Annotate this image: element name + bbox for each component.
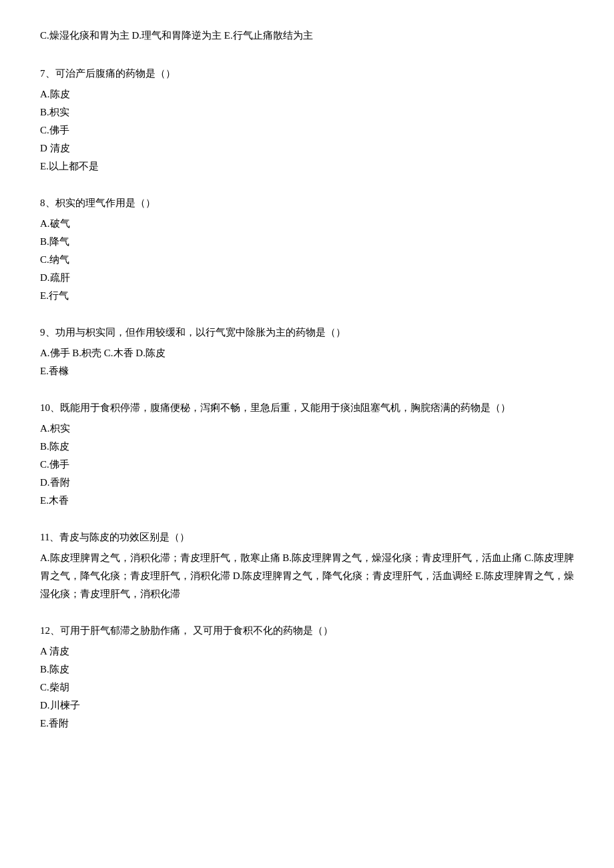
question-block-q12: 12、可用于肝气郁滞之胁肋作痛， 又可用于食积不化的药物是（）A 清皮B.陈皮C…: [40, 622, 574, 733]
option-q10-0: A.枳实: [40, 420, 574, 438]
continuation-text: C.燥湿化痰和胃为主 D.理气和胃降逆为主 E.行气止痛散结为主: [40, 27, 574, 45]
question-title-q9: 9、功用与枳实同，但作用较缓和，以行气宽中除胀为主的药物是（）: [40, 324, 574, 342]
option-q8-4: E.行气: [40, 287, 574, 305]
option-q10-3: D.香附: [40, 474, 574, 492]
option-q12-3: D.川楝子: [40, 697, 574, 715]
continuation-content: C.燥湿化痰和胃为主 D.理气和胃降逆为主 E.行气止痛散结为主: [40, 30, 313, 41]
option-q12-1: B.陈皮: [40, 661, 574, 679]
option-q7-1: B.枳实: [40, 103, 574, 121]
option-q12-2: C.柴胡: [40, 679, 574, 697]
question-body-q11: A.陈皮理脾胃之气，消积化滞；青皮理肝气，散寒止痛 B.陈皮理脾胃之气，燥湿化痰…: [40, 549, 574, 603]
option-q7-0: A.陈皮: [40, 85, 574, 103]
option-q12-0: A 清皮: [40, 642, 574, 661]
question-block-q11: 11、青皮与陈皮的功效区别是（）A.陈皮理脾胃之气，消积化滞；青皮理肝气，散寒止…: [40, 528, 574, 603]
option-q7-2: C.佛手: [40, 121, 574, 139]
question-block-q8: 8、枳实的理气作用是（）A.破气B.降气C.纳气D.疏肝E.行气: [40, 194, 574, 305]
question-title-q7: 7、可治产后腹痛的药物是（）: [40, 65, 574, 83]
option-q12-4: E.香附: [40, 715, 574, 733]
option-q8-2: C.纳气: [40, 251, 574, 269]
question-title-q11: 11、青皮与陈皮的功效区别是（）: [40, 528, 574, 546]
option-q10-2: C.佛手: [40, 456, 574, 474]
option-q8-3: D.疏肝: [40, 269, 574, 287]
option-q10-4: E.木香: [40, 492, 574, 510]
question-title-q10: 10、既能用于食积停滞，腹痛便秘，泻痢不畅，里急后重，又能用于痰浊阻塞气机，胸脘…: [40, 399, 574, 417]
option-q7-3: D 清皮: [40, 139, 574, 157]
option-q10-1: B.陈皮: [40, 438, 574, 456]
question-block-q9: 9、功用与枳实同，但作用较缓和，以行气宽中除胀为主的药物是（）A.佛手 B.枳壳…: [40, 324, 574, 380]
question-block-q7: 7、可治产后腹痛的药物是（）A.陈皮B.枳实C.佛手D 清皮E.以上都不是: [40, 65, 574, 175]
option-q7-4: E.以上都不是: [40, 157, 574, 175]
question-block-q10: 10、既能用于食积停滞，腹痛便秘，泻痢不畅，里急后重，又能用于痰浊阻塞气机，胸脘…: [40, 399, 574, 510]
option-q8-1: B.降气: [40, 233, 574, 251]
option-q8-0: A.破气: [40, 215, 574, 233]
question-title-q12: 12、可用于肝气郁滞之胁肋作痛， 又可用于食积不化的药物是（）: [40, 622, 574, 640]
option-q9-0: A.佛手 B.枳壳 C.木香 D.陈皮: [40, 344, 574, 362]
question-title-q8: 8、枳实的理气作用是（）: [40, 194, 574, 212]
option-q9-1: E.香橼: [40, 362, 574, 380]
